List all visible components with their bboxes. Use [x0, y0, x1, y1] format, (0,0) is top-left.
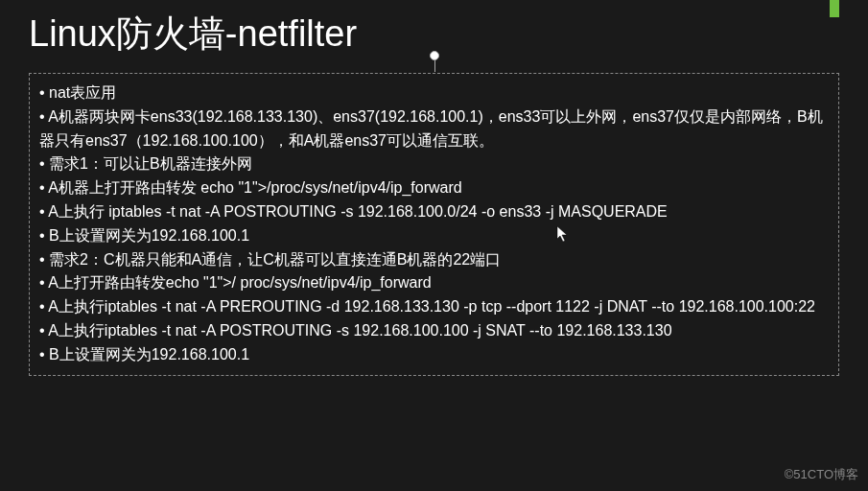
rotate-handle-line[interactable] — [434, 60, 435, 72]
bullet-text: A上打开路由转发echo "1">/ proc/sys/net/ipv4/ip_… — [48, 274, 432, 291]
bullet-text: B上设置网关为192.168.100.1 — [49, 346, 249, 362]
bullet-text: A上执行iptables -t nat -A POSTROUTING -s 19… — [45, 322, 672, 339]
bullet-item: • 需求1：可以让B机器连接外网 — [39, 152, 829, 176]
bullet-item: • A上执行 iptables -t nat -A POSTROUTING -s… — [39, 200, 829, 224]
bullet-text: A机器上打开路由转发 echo "1">/proc/sys/net/ipv4/i… — [48, 179, 462, 196]
title-text: Linux防火墙-netfilter — [29, 13, 357, 54]
bullet-text: 需求1：可以让B机器连接外网 — [49, 155, 252, 172]
bullet-text: A上执行 iptables -t nat -A POSTROUTING -s 1… — [48, 203, 668, 220]
content-textbox[interactable]: • nat表应用 • A机器两块网卡ens33(192.168.133.130)… — [29, 73, 839, 376]
bullet-text: A机器两块网卡ens33(192.168.133.130)、ens37(192.… — [39, 108, 823, 149]
bullet-item: • nat表应用 — [39, 82, 829, 105]
bullet-text: B上设置网关为192.168.100.1 — [49, 227, 249, 244]
bullet-item: • A机器上打开路由转发 echo "1">/proc/sys/net/ipv4… — [39, 176, 829, 200]
bullet-item: • A机器两块网卡ens33(192.168.133.130)、ens37(19… — [39, 105, 829, 153]
bullet-text: A上执行iptables -t nat -A PREROUTING -d 192… — [45, 298, 815, 315]
bullet-item: • 需求2：C机器只能和A通信，让C机器可以直接连通B机器的22端口 — [39, 248, 829, 272]
watermark: ©51CTO博客 — [785, 466, 858, 483]
bullet-text: 需求2：C机器只能和A通信，让C机器可以直接连通B机器的22端口 — [49, 251, 501, 268]
bullet-text: nat表应用 — [49, 84, 116, 101]
bullet-item: • A上执行iptables -t nat -A POSTROUTING -s … — [39, 319, 829, 343]
rotate-handle-circle[interactable] — [430, 51, 439, 60]
bullet-item: • A上打开路由转发echo "1">/ proc/sys/net/ipv4/i… — [39, 271, 829, 295]
bullet-item: • A上执行iptables -t nat -A PREROUTING -d 1… — [39, 295, 829, 319]
slide-container: Linux防火墙-netfilter • nat表应用 • A机器两块网卡ens… — [0, 0, 868, 491]
bullet-item: • B上设置网关为192.168.100.1 — [39, 343, 829, 367]
bullet-item: • B上设置网关为192.168.100.1 — [39, 224, 829, 248]
